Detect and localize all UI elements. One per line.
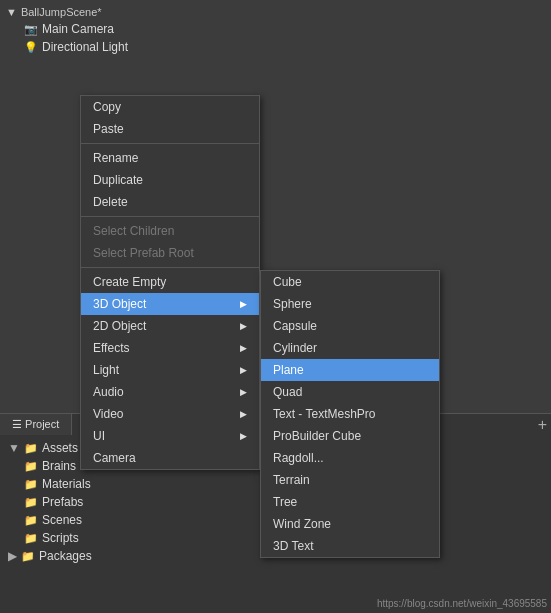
submenu-sphere[interactable]: Sphere <box>261 293 439 315</box>
menu-paste[interactable]: Paste <box>81 118 259 140</box>
menu-audio[interactable]: Audio <box>81 381 259 403</box>
prefabs-label: Prefabs <box>42 495 83 509</box>
submenu-ragdoll[interactable]: Ragdoll... <box>261 447 439 469</box>
scripts-folder-icon: 📁 <box>24 532 38 545</box>
packages-folder-icon: 📁 <box>21 550 35 563</box>
submenu-cube[interactable]: Cube <box>261 271 439 293</box>
scripts-label: Scripts <box>42 531 79 545</box>
prefabs-folder-icon: 📁 <box>24 496 38 509</box>
scene-name: BallJumpScene* <box>21 6 102 18</box>
separator-3 <box>81 267 259 268</box>
menu-2d-object[interactable]: 2D Object <box>81 315 259 337</box>
assets-arrow-icon: ▼ <box>8 441 20 455</box>
submenu-plane[interactable]: Plane <box>261 359 439 381</box>
submenu-cylinder[interactable]: Cylinder <box>261 337 439 359</box>
assets-folder-icon: 📁 <box>24 442 38 455</box>
submenu-wind-zone[interactable]: Wind Zone <box>261 513 439 535</box>
camera-label: Main Camera <box>42 22 114 36</box>
menu-3d-object[interactable]: 3D Object <box>81 293 259 315</box>
context-menu: Copy Paste Rename Duplicate Delete Selec… <box>80 95 260 470</box>
light-label: Directional Light <box>42 40 128 54</box>
submenu-3d-object: Cube Sphere Capsule Cylinder Plane Quad … <box>260 270 440 558</box>
submenu-3d-text[interactable]: 3D Text <box>261 535 439 557</box>
hierarchy-title: ▼ BallJumpScene* <box>0 4 551 20</box>
menu-camera[interactable]: Camera <box>81 447 259 469</box>
scenes-label: Scenes <box>42 513 82 527</box>
menu-duplicate[interactable]: Duplicate <box>81 169 259 191</box>
add-icon[interactable]: + <box>538 416 547 434</box>
submenu-quad[interactable]: Quad <box>261 381 439 403</box>
menu-copy[interactable]: Copy <box>81 96 259 118</box>
hierarchy-item-light[interactable]: 💡 Directional Light <box>0 38 551 56</box>
menu-rename[interactable]: Rename <box>81 147 259 169</box>
menu-ui[interactable]: UI <box>81 425 259 447</box>
tab-project[interactable]: ☰ Project <box>0 414 72 435</box>
materials-label: Materials <box>42 477 91 491</box>
menu-create-empty[interactable]: Create Empty <box>81 271 259 293</box>
tab-project-icon: ☰ <box>12 418 25 430</box>
materials-folder-icon: 📁 <box>24 478 38 491</box>
submenu-terrain[interactable]: Terrain <box>261 469 439 491</box>
light-icon: 💡 <box>24 41 38 54</box>
packages-arrow-icon: ▶ <box>8 549 17 563</box>
hierarchy-item-camera[interactable]: 📷 Main Camera <box>0 20 551 38</box>
separator-1 <box>81 143 259 144</box>
menu-video[interactable]: Video <box>81 403 259 425</box>
submenu-capsule[interactable]: Capsule <box>261 315 439 337</box>
brains-label: Brains <box>42 459 76 473</box>
submenu-probuilder-cube[interactable]: ProBuilder Cube <box>261 425 439 447</box>
brains-folder-icon: 📁 <box>24 460 38 473</box>
separator-2 <box>81 216 259 217</box>
menu-effects[interactable]: Effects <box>81 337 259 359</box>
submenu-tree[interactable]: Tree <box>261 491 439 513</box>
tab-project-label: Project <box>25 418 59 430</box>
menu-light[interactable]: Light <box>81 359 259 381</box>
menu-delete[interactable]: Delete <box>81 191 259 213</box>
hierarchy-panel: ▼ BallJumpScene* 📷 Main Camera 💡 Directi… <box>0 0 551 60</box>
assets-label: Assets <box>42 441 78 455</box>
menu-select-prefab-root: Select Prefab Root <box>81 242 259 264</box>
packages-label: Packages <box>39 549 92 563</box>
menu-select-children: Select Children <box>81 220 259 242</box>
watermark: https://blog.csdn.net/weixin_43695585 <box>377 598 547 609</box>
scenes-folder-icon: 📁 <box>24 514 38 527</box>
submenu-textmeshpro[interactable]: Text - TextMeshPro <box>261 403 439 425</box>
camera-icon: 📷 <box>24 23 38 36</box>
